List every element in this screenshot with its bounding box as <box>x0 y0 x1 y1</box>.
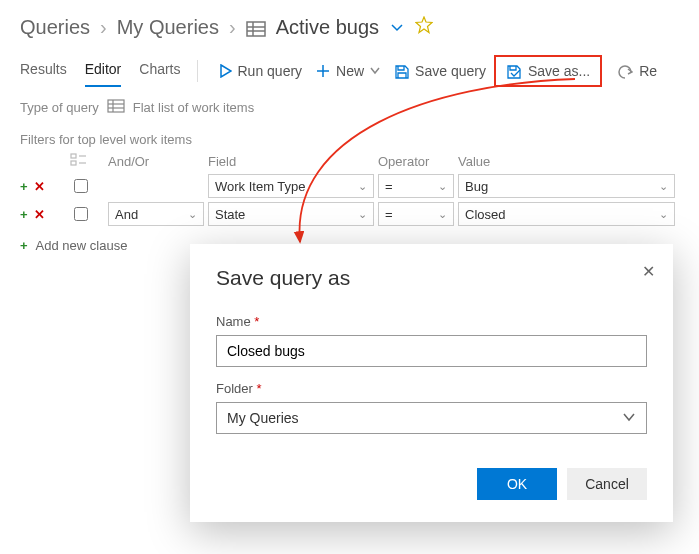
folder-select[interactable]: My Queries <box>216 402 647 434</box>
undo-label: Re <box>639 63 657 79</box>
tab-results[interactable]: Results <box>20 55 67 87</box>
field-value: Work Item Type <box>215 179 306 194</box>
chevron-down-icon: ⌄ <box>358 208 367 221</box>
undo-icon <box>618 64 633 79</box>
chevron-down-icon: ⌄ <box>358 180 367 193</box>
add-row-icon[interactable]: + <box>20 207 28 222</box>
folder-value: My Queries <box>227 410 299 426</box>
chevron-down-icon: ⌄ <box>659 180 668 193</box>
tab-editor[interactable]: Editor <box>85 55 122 87</box>
operator-select[interactable]: = ⌄ <box>378 174 454 198</box>
save-as-icon <box>506 64 522 79</box>
breadcrumb: Queries › My Queries › Active bugs <box>0 0 699 47</box>
head-operator: Operator <box>378 154 458 169</box>
add-row-icon[interactable]: + <box>20 179 28 194</box>
svg-rect-4 <box>108 100 124 112</box>
ok-button[interactable]: OK <box>477 468 557 500</box>
save-icon <box>394 64 409 79</box>
name-input[interactable] <box>216 335 647 367</box>
breadcrumb-leaf[interactable]: Active bugs <box>276 16 379 39</box>
name-label: Name * <box>216 314 647 329</box>
grid-header: And/Or Field Operator Value <box>20 151 679 172</box>
run-query-label: Run query <box>238 63 303 79</box>
run-query-button[interactable]: Run query <box>214 59 309 83</box>
undo-button[interactable]: Re <box>612 59 663 83</box>
breadcrumb-root[interactable]: Queries <box>20 16 90 39</box>
play-icon <box>220 64 232 78</box>
list-icon <box>246 16 266 39</box>
row-checkbox[interactable] <box>74 207 88 221</box>
type-of-query-label: Type of query <box>20 100 99 115</box>
chevron-down-icon: ⌄ <box>659 208 668 221</box>
checklist-icon <box>70 153 108 170</box>
chevron-down-icon <box>370 66 380 76</box>
svg-rect-0 <box>247 22 265 36</box>
save-as-label: Save as... <box>528 63 590 79</box>
cancel-button[interactable]: Cancel <box>567 468 647 500</box>
row-checkbox[interactable] <box>74 179 88 193</box>
save-as-button[interactable]: Save as... <box>500 59 596 83</box>
operator-select[interactable]: = ⌄ <box>378 202 454 226</box>
filters-title: Filters for top level work items <box>0 122 699 151</box>
save-query-button[interactable]: Save query <box>388 59 492 83</box>
breadcrumb-mid[interactable]: My Queries <box>117 16 219 39</box>
chevron-down-icon: ⌄ <box>188 208 197 221</box>
head-field: Field <box>208 154 378 169</box>
head-value: Value <box>458 154 679 169</box>
filter-row: + ✕ And ⌄ State ⌄ = ⌄ Closed ⌄ <box>20 200 679 228</box>
folder-label: Folder * <box>216 381 647 396</box>
chevron-down-icon <box>622 410 636 427</box>
andor-value: And <box>115 207 138 222</box>
chevron-down-icon[interactable] <box>391 16 403 39</box>
andor-select[interactable]: And ⌄ <box>108 202 204 226</box>
new-button[interactable]: New <box>310 59 386 83</box>
query-type-row: Type of query Flat list of work items <box>0 87 699 122</box>
value-select[interactable]: Bug ⌄ <box>458 174 675 198</box>
field-value: State <box>215 207 245 222</box>
save-as-highlight: Save as... <box>494 55 602 87</box>
tab-charts[interactable]: Charts <box>139 55 180 87</box>
chevron-down-icon: ⌄ <box>438 208 447 221</box>
filter-row: + ✕ Work Item Type ⌄ = ⌄ Bug ⌄ <box>20 172 679 200</box>
chevron-down-icon: ⌄ <box>438 180 447 193</box>
close-icon[interactable]: ✕ <box>642 262 655 281</box>
field-select[interactable]: Work Item Type ⌄ <box>208 174 374 198</box>
operator-value: = <box>385 207 393 222</box>
svg-rect-9 <box>71 161 76 165</box>
value-value: Bug <box>465 179 488 194</box>
chevron-right-icon: › <box>100 16 107 39</box>
dialog-title: Save query as <box>216 266 647 290</box>
save-label: Save query <box>415 63 486 79</box>
flat-list-icon <box>107 99 125 116</box>
tabs: Results Editor Charts <box>20 55 181 87</box>
divider <box>197 60 198 82</box>
plus-icon: + <box>20 238 28 253</box>
chevron-right-icon: › <box>229 16 236 39</box>
dialog-buttons: OK Cancel <box>216 468 647 500</box>
field-select[interactable]: State ⌄ <box>208 202 374 226</box>
star-icon[interactable] <box>415 16 433 39</box>
save-query-dialog: Save query as ✕ Name * Folder * My Queri… <box>190 244 673 522</box>
remove-row-icon[interactable]: ✕ <box>34 179 45 194</box>
flat-list-label: Flat list of work items <box>133 100 254 115</box>
new-label: New <box>336 63 364 79</box>
plus-icon <box>316 64 330 78</box>
operator-value: = <box>385 179 393 194</box>
value-select[interactable]: Closed ⌄ <box>458 202 675 226</box>
svg-rect-8 <box>71 154 76 158</box>
value-value: Closed <box>465 207 505 222</box>
toolbar: Results Editor Charts Run query New Save… <box>0 47 699 87</box>
head-andor: And/Or <box>108 154 208 169</box>
filters-grid: And/Or Field Operator Value + ✕ Work Ite… <box>0 151 699 228</box>
add-clause-label: Add new clause <box>36 238 128 253</box>
remove-row-icon[interactable]: ✕ <box>34 207 45 222</box>
